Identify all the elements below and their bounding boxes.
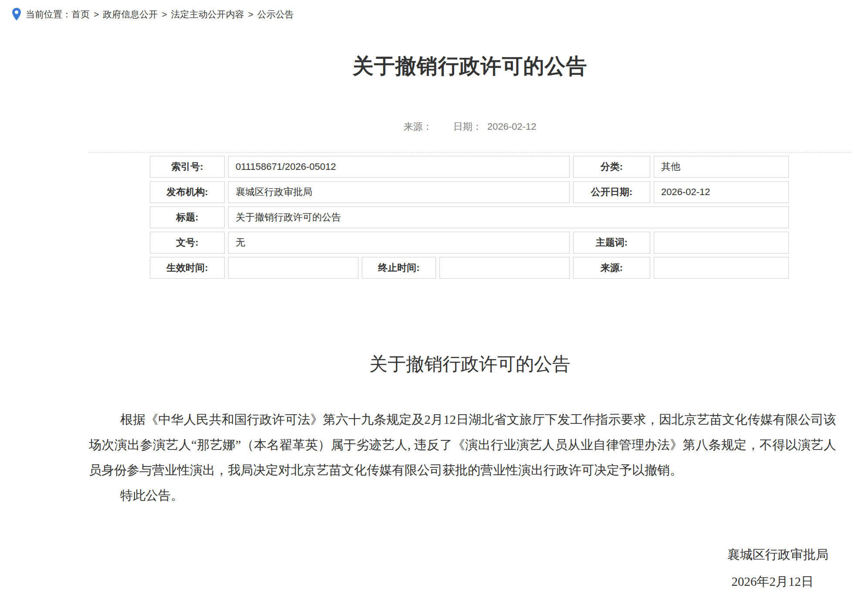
breadcrumb-separator: > [162, 8, 167, 21]
breadcrumb-prefix: 当前位置： [26, 8, 71, 21]
field-value-publish-date: 2026-02-12 [654, 181, 789, 203]
table-row: 发布机构: 襄城区行政审批局 公开日期: 2026-02-12 [150, 181, 789, 203]
article-heading: 关于撤销行政许可的公告 [89, 352, 851, 376]
field-label-effective-time: 生效时间: [150, 257, 225, 279]
field-value-issuing-org: 襄城区行政审批局 [228, 181, 570, 203]
article-paragraph: 根据《中华人民共和国行政许可法》第六十九条规定及2月12日湖北省文旅厅下发工作指… [89, 407, 836, 483]
breadcrumb: 当前位置： 首页 > 政府信息公开 > 法定主动公开内容 > 公示公告 [0, 0, 868, 21]
signature-org: 襄城区行政审批局 [89, 542, 851, 567]
article-body: 关于撤销行政许可的公告 根据《中华人民共和国行政许可法》第六十九条规定及2月12… [89, 352, 851, 594]
breadcrumb-separator: > [248, 8, 253, 21]
dashed-divider [89, 152, 851, 153]
page-title: 关于撤销行政许可的公告 [89, 52, 851, 80]
info-table: 索引号: 011158671/2026-05012 分类: 其他 发布机构: 襄… [150, 156, 789, 279]
field-value-end-time [439, 257, 570, 279]
meta-line: 来源： 日期： 2026-02-12 [89, 120, 851, 133]
table-row: 标题: 关于撤销行政许可的公告 [150, 206, 789, 228]
signature-date: 2026年2月12日 [89, 569, 851, 594]
table-row: 生效时间: 终止时间: 来源: [150, 257, 789, 279]
breadcrumb-separator: > [94, 8, 99, 21]
field-label-source: 来源: [573, 257, 650, 279]
breadcrumb-link-legal-disclosure[interactable]: 法定主动公开内容 [171, 8, 244, 21]
date-value: 2026-02-12 [487, 121, 537, 132]
date-label: 日期： [453, 121, 482, 132]
table-row: 文号: 无 主题词: [150, 232, 789, 253]
field-label-publish-date: 公开日期: [573, 181, 650, 203]
field-label-index-no: 索引号: [150, 156, 225, 178]
field-value-category: 其他 [654, 156, 789, 178]
field-value-source [654, 257, 789, 279]
source-label: 来源： [404, 121, 432, 132]
field-label-issuing-org: 发布机构: [150, 181, 225, 203]
field-label-title: 标题: [150, 206, 225, 228]
article-closing-line: 特此公告。 [89, 483, 836, 508]
field-label-category: 分类: [573, 156, 650, 178]
field-value-effective-time [228, 257, 358, 279]
breadcrumb-link-home[interactable]: 首页 [71, 8, 90, 21]
field-value-doc-no: 无 [228, 232, 570, 253]
field-value-title: 关于撤销行政许可的公告 [228, 206, 789, 228]
field-label-doc-no: 文号: [150, 232, 225, 253]
location-pin-icon [12, 8, 21, 20]
table-row: 索引号: 011158671/2026-05012 分类: 其他 [150, 156, 789, 178]
signature-block: 襄城区行政审批局 2026年2月12日 [89, 542, 851, 594]
page: 当前位置： 首页 > 政府信息公开 > 法定主动公开内容 > 公示公告 关于撤销… [0, 0, 868, 605]
field-value-keywords [654, 232, 789, 253]
field-label-end-time: 终止时间: [362, 257, 436, 279]
field-value-index-no: 011158671/2026-05012 [228, 156, 570, 178]
field-label-keywords: 主题词: [573, 232, 650, 253]
breadcrumb-link-public-notice[interactable]: 公示公告 [257, 8, 294, 21]
breadcrumb-link-govinfo[interactable]: 政府信息公开 [103, 8, 158, 21]
